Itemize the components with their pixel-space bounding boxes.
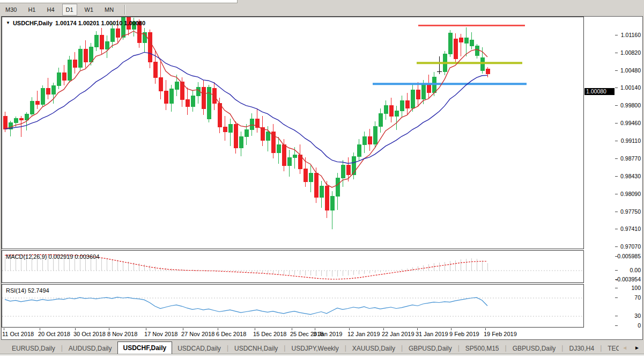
timeframe-button-mn[interactable]: MN <box>101 4 117 16</box>
date-tick <box>349 328 350 330</box>
date-tick <box>485 328 486 330</box>
macd-indicator-panel[interactable]: MACD(12,26,9) 0.002919 0.003604 <box>2 250 584 283</box>
price-tick-label: 0.98770 <box>620 155 641 162</box>
chart-tab-usdcad-daily[interactable]: USDCAD,Daily <box>172 343 226 354</box>
toolbar-separator <box>124 5 125 14</box>
price-tick-label-tick <box>615 212 618 212</box>
chevron-down-icon[interactable]: ▼ <box>6 21 10 25</box>
chart-tab-sp500-m15[interactable]: SP500,M15 <box>460 343 505 354</box>
date-tick-label: 17 Nov 2018 <box>144 331 177 337</box>
tab-scroll-arrows: ◄ ► <box>619 342 644 354</box>
support-line <box>373 83 527 85</box>
price-chart-panel[interactable]: ▼ USDCHF,Daily 1.00174 1.00201 1.00010 1… <box>2 17 584 249</box>
rsi-axis-label-tick <box>615 316 618 316</box>
price-tick-label: 0.99110 <box>621 137 641 144</box>
price-tick-label: 0.98090 <box>620 191 641 197</box>
date-tick-label: 15 Dec 2018 <box>253 331 286 337</box>
date-tick-label: 19 Feb 2019 <box>484 331 517 337</box>
ma-fast-line <box>5 31 487 187</box>
rsi-label: RSI(14) 52.7494 <box>6 287 49 294</box>
chart-tab-audusd-daily[interactable]: AUDUSD,Daily <box>63 343 117 354</box>
price-tick-label-tick <box>615 229 618 229</box>
price-tick-label: 0.97750 <box>620 208 641 215</box>
price-tick-label: 0.98430 <box>620 173 641 179</box>
date-tick-label: 12 Jan 2019 <box>347 331 380 337</box>
date-tick <box>146 328 146 330</box>
candlestick-chart <box>2 17 583 249</box>
chart-tab-gbpusd-daily[interactable]: GBPUSD,Daily <box>403 343 457 354</box>
price-tick-label: 1.01160 <box>621 32 641 38</box>
price-tick-label: 1.00820 <box>620 49 641 56</box>
chart-tab-xauusd-daily[interactable]: XAUUSD,Daily <box>347 343 401 354</box>
timeframe-toolbar: M30H1H4D1W1MN <box>0 3 644 16</box>
price-tick-label-tick <box>615 53 618 53</box>
candles-layer <box>3 17 490 229</box>
rsi-axis-label-tick <box>615 297 618 298</box>
date-tick-label: 8 Nov 2018 <box>107 331 137 337</box>
date-tick <box>218 328 218 330</box>
date-tick-label: 9 Feb 2019 <box>449 331 479 337</box>
date-tick <box>292 328 292 330</box>
chart-symbol-label: USDCHF,Daily <box>13 20 53 26</box>
timeframe-button-h1[interactable]: H1 <box>24 4 39 16</box>
price-tick-label-tick <box>615 105 618 106</box>
timeframe-button-m30[interactable]: M30 <box>2 4 20 16</box>
chart-ohlc-values: 1.00174 1.00201 1.00010 1.00080 <box>55 20 145 26</box>
price-tick-label-tick <box>615 141 618 141</box>
macd-axis-label: 0.00 <box>630 267 641 273</box>
date-tick <box>315 328 315 330</box>
rsi-indicator-panel[interactable]: RSI(14) 52.7494 <box>2 284 584 328</box>
chart-title: ▼ USDCHF,Daily 1.00174 1.00201 1.00010 1… <box>6 20 145 26</box>
date-tick-label: 30 Oct 2018 <box>73 331 106 337</box>
timeframe-button-d1[interactable]: D1 <box>62 4 77 16</box>
tab-scroll-right-icon[interactable]: ► <box>634 345 640 351</box>
price-tick-label: 0.99800 <box>620 102 641 108</box>
rsi-axis-label: 100 <box>631 285 641 291</box>
chart-tab-usdcnh-daily[interactable]: USDCNH,Daily <box>229 343 283 354</box>
date-tick <box>383 328 384 330</box>
date-tick-label: 22 Jan 2019 <box>382 331 414 337</box>
macd-axis-label: 0.005985 <box>617 253 641 259</box>
rsi-axis-label: 70 <box>634 294 641 301</box>
current-price-badge: 1.00080 <box>584 88 615 95</box>
date-tick-label: 31 Jan 2019 <box>416 331 448 337</box>
chart-tab-eurusd-daily[interactable]: EURUSD,Daily <box>6 343 61 354</box>
price-tick-label: 0.99460 <box>620 120 641 126</box>
status-bar-divider <box>0 354 644 355</box>
rsi-axis-label-tick <box>615 288 618 288</box>
price-axis[interactable]: 1.00080 1.011601.008201.004801.001400.99… <box>584 17 642 339</box>
date-tick-label: 20 Oct 2018 <box>38 331 70 337</box>
date-tick-label: 3 Jan 2019 <box>313 331 342 337</box>
price-tick-label: 0.97410 <box>620 226 641 232</box>
price-tick-label: 0.97070 <box>620 243 641 250</box>
mt4-window: M30H1H4D1W1MN ▼ USDCHF,Daily 1.00174 1.0… <box>0 0 644 356</box>
rsi-line <box>5 297 487 314</box>
price-tick-label: 1.00480 <box>620 67 641 74</box>
price-tick-label-tick <box>615 246 618 247</box>
rsi-chart <box>2 285 583 327</box>
mid-line <box>417 62 522 64</box>
chart-window[interactable]: ▼ USDCHF,Daily 1.00174 1.00201 1.00010 1… <box>1 16 643 340</box>
date-tick-label: 27 Nov 2018 <box>181 331 214 337</box>
rsi-axis-label: 0 <box>638 322 641 329</box>
chart-tab-usdjpy-weekly[interactable]: USDJPY,Weekly <box>286 343 344 354</box>
chart-tab-dj30-h4[interactable]: DJ30,H4 <box>564 343 599 354</box>
chart-tab-gbpusd-daily[interactable]: GBPUSD,Daily <box>507 343 561 354</box>
macd-axis-label-tick <box>615 270 618 271</box>
timeframe-button-w1[interactable]: W1 <box>81 4 98 16</box>
chart-tab-bar: EURUSD,Daily|AUDUSD,DailyUSDCHF,DailyUSD… <box>0 342 644 354</box>
price-tick-label-tick <box>615 176 618 177</box>
date-tick-label: 11 Oct 2018 <box>2 331 34 337</box>
date-tick <box>183 328 183 330</box>
date-axis[interactable]: 11 Oct 201820 Oct 201830 Oct 20188 Nov 2… <box>2 328 584 339</box>
date-tick <box>40 328 40 330</box>
rsi-axis-label: 30 <box>634 313 641 319</box>
timeframe-button-h4[interactable]: H4 <box>43 4 58 16</box>
chart-tab-usdchf-daily[interactable]: USDCHF,Daily <box>117 342 173 354</box>
resistance-line <box>418 25 525 26</box>
price-tick-label: 1.00140 <box>620 84 641 91</box>
price-tick-label-tick <box>615 88 618 88</box>
tab-scroll-left-icon[interactable]: ◄ <box>622 345 627 351</box>
price-tick-label-tick <box>615 35 618 35</box>
price-tick-label-tick <box>615 123 618 123</box>
